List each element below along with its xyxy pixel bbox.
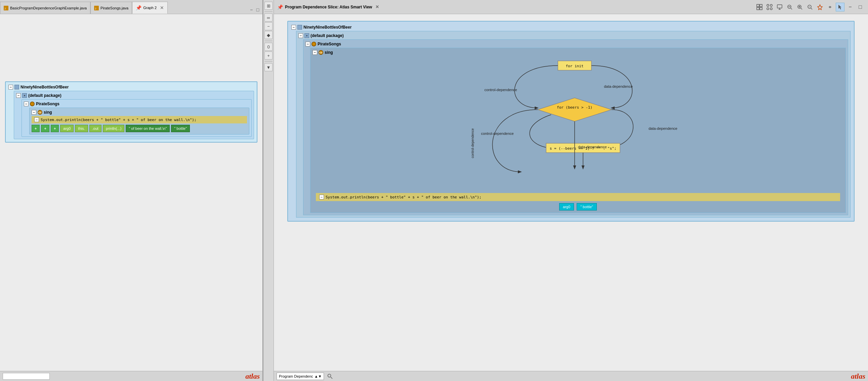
left-search-input[interactable] — [3, 373, 50, 380]
right-graph-container: − NinetyNineBottlesOfBeer − + (default p… — [287, 21, 855, 222]
svg-rect-12 — [777, 5, 782, 8]
close-icon-right[interactable]: ✕ — [375, 4, 379, 9]
r-collapse-code[interactable]: − — [319, 195, 324, 199]
r-class-label: PirateSongs — [317, 42, 341, 47]
zoom-fit-icon[interactable]: + — [806, 3, 814, 11]
r-method-icon: c — [318, 50, 323, 55]
r-collapse-class[interactable]: − — [306, 42, 310, 47]
minimize-right-btn[interactable]: − — [846, 3, 855, 11]
node-println[interactable]: println(...) — [103, 125, 124, 132]
zoom-in-icon[interactable] — [796, 3, 804, 11]
r-package-container: − + (default package) − PirateSongs − c — [296, 31, 850, 217]
r-collapse-project[interactable]: − — [291, 25, 296, 30]
method-container: − c sing − System.out.println(beers + " … — [29, 108, 249, 135]
package-icon: + — [22, 93, 27, 98]
r-node-bottle[interactable]: " bottle" — [577, 203, 597, 210]
collapse-package[interactable]: − — [16, 93, 21, 98]
label-data-dep1: data-dependence — [604, 84, 633, 88]
node-row: + + + arg0 this. .out println(...) " of … — [32, 125, 247, 132]
flowchart-svg: for init data-dependence control-depende… — [312, 58, 843, 192]
project-label: NinetyNineBottlesOfBeer — [21, 85, 68, 89]
minimize-button[interactable]: − — [249, 7, 254, 12]
export-icon[interactable] — [775, 3, 784, 11]
mid-sep3 — [265, 61, 273, 62]
svg-point-10 — [767, 8, 769, 10]
java-file-icon2: J — [94, 6, 99, 10]
node-out[interactable]: .out — [89, 125, 101, 132]
tab-basic[interactable]: J BasicProgramDependenceGraphExample.jav… — [0, 2, 90, 14]
for-cond-node[interactable] — [538, 98, 612, 121]
tab-graph2[interactable]: 📌 Graph 2 ✕ — [132, 2, 168, 14]
left-tab-bar: J BasicProgramDependenceGraphExample.jav… — [0, 0, 262, 14]
link-icon[interactable] — [826, 3, 834, 11]
fit-btn[interactable]: ⊞ — [265, 2, 273, 10]
collapse-code[interactable]: − — [34, 117, 39, 122]
right-title: 📌 Program Dependence Slice: Atlas Smart … — [277, 4, 379, 10]
r-collapse-method[interactable]: − — [312, 50, 317, 55]
tab-graph2-label: Graph 2 — [143, 6, 157, 10]
plus-btn[interactable]: + — [265, 52, 273, 60]
class-container: − PirateSongs − c sing − System — [22, 99, 252, 137]
label-ctrl-dep3: control-dependence — [471, 128, 474, 158]
left-atlas-logo: atlas — [245, 372, 260, 381]
maximize-right-btn[interactable]: □ — [856, 3, 865, 11]
collapse-class[interactable]: − — [24, 101, 29, 106]
method-label: sing — [44, 110, 52, 115]
java-file-icon: J — [4, 6, 8, 10]
node-beer-str[interactable]: " of beer on the wall.\n" — [126, 125, 170, 132]
code-text: System.out.println(beers + " bottle" + s… — [41, 118, 196, 122]
tab-close-button[interactable]: ✕ — [160, 5, 164, 10]
tab-basic-label: BasicProgramDependenceGraphExample.java — [10, 6, 87, 10]
println-row-wrapper: − System.out.println(beers + " bottle" +… — [316, 193, 840, 210]
minus-btn[interactable]: − — [265, 22, 273, 30]
right-header: 📌 Program Dependence Slice: Atlas Smart … — [274, 0, 868, 14]
edge-init-cond-ctrl — [515, 65, 558, 108]
class-icon — [30, 101, 35, 106]
label-ctrl-dep2: control-dependence — [481, 131, 514, 136]
r-package-icon: + — [305, 33, 309, 38]
diamond-btn[interactable]: ◆ — [265, 31, 273, 39]
r-method-label: sing — [324, 50, 333, 55]
r-project-label: NinetyNineBottlesOfBeer — [304, 25, 351, 30]
r-method-node: − c sing — [312, 50, 843, 55]
node-this[interactable]: this. — [75, 125, 88, 132]
r-node-arg0[interactable]: arg0 — [559, 203, 574, 210]
mid-sep2 — [265, 41, 273, 41]
program-dependence-dropdown[interactable]: Program Dependenc ▲▼ — [277, 373, 324, 380]
layout-grid-icon[interactable] — [755, 3, 764, 11]
svg-line-24 — [331, 377, 332, 379]
node-plus-1[interactable]: + — [32, 125, 40, 132]
cursor-icon[interactable] — [836, 3, 844, 11]
edge-cond-assign-data — [601, 110, 633, 148]
for-init-label: for init — [566, 64, 584, 68]
project-icon — [14, 85, 19, 89]
node-plus-3[interactable]: + — [51, 125, 59, 132]
bottom-arrow-btn[interactable]: ▼ — [265, 63, 273, 71]
middle-controls: ⊞ ∞ − ◆ 0 + ▼ — [263, 0, 274, 381]
svg-point-9 — [770, 4, 772, 6]
zoom-out-icon[interactable] — [785, 3, 794, 11]
svg-point-11 — [770, 8, 772, 10]
svg-point-23 — [328, 374, 331, 377]
svg-rect-6 — [757, 7, 759, 10]
r-class-icon — [311, 42, 316, 47]
node-bottle-str[interactable]: " bottle" — [171, 125, 190, 132]
tab-pirate[interactable]: J PirateSongs.java — [90, 2, 132, 14]
left-bottom-bar: atlas — [0, 371, 262, 381]
infinite-btn[interactable]: ∞ — [265, 13, 273, 22]
svg-rect-5 — [760, 4, 762, 7]
svg-rect-4 — [757, 4, 759, 7]
maximize-button[interactable]: □ — [255, 7, 260, 12]
r-node-row: arg0 " bottle" — [316, 203, 840, 210]
zero-btn[interactable]: 0 — [265, 43, 273, 51]
right-search-button[interactable] — [326, 372, 334, 380]
collapse-project[interactable]: − — [8, 85, 13, 89]
pin-icon-toolbar[interactable] — [815, 3, 824, 11]
node-plus-2[interactable]: + — [41, 125, 49, 132]
r-collapse-package[interactable]: − — [299, 33, 303, 38]
layout2-icon[interactable] — [765, 3, 774, 11]
node-arg0[interactable]: arg0 — [60, 125, 73, 132]
collapse-method[interactable]: − — [32, 110, 36, 115]
svg-line-21 — [811, 8, 812, 9]
left-canvas: − NinetyNineBottlesOfBeer − + (default p… — [0, 14, 262, 371]
